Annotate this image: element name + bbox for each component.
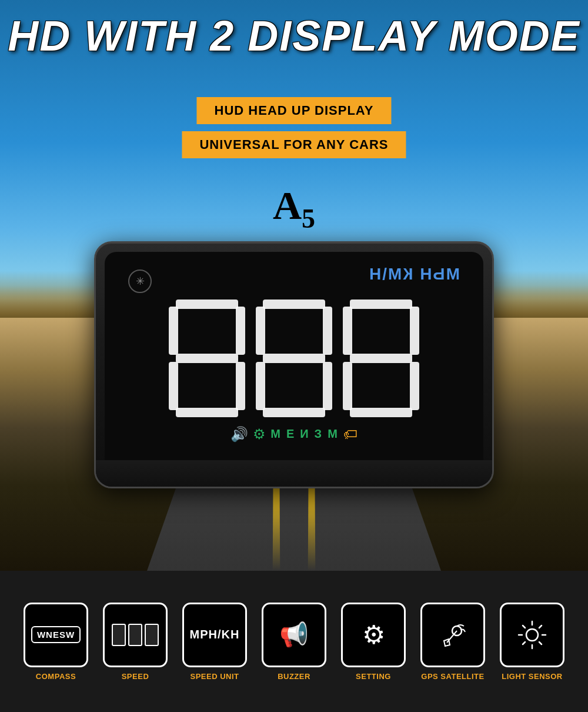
seg-c-1 [236, 362, 245, 410]
mini-digit-3 [145, 624, 159, 646]
tag-icon: 🏷 [343, 426, 358, 442]
seg-d-3 [350, 408, 412, 417]
seg-b-1 [236, 307, 245, 355]
status-text-3: И [300, 427, 309, 441]
seg-f-1 [169, 307, 178, 355]
status-text-2: Е [286, 427, 295, 441]
status-row: 🔊 ⚙ М Е И З М 🏷 [230, 426, 358, 442]
seg-f-3 [343, 307, 352, 355]
seg-g-2 [263, 354, 325, 363]
seg-d-1 [176, 408, 238, 417]
mini-speed-display [112, 624, 159, 646]
digit-2 [256, 300, 332, 417]
seg-g-1 [176, 354, 238, 363]
seg-b-3 [410, 307, 419, 355]
seg-d-2 [263, 408, 325, 417]
compass-label: COMPASS [36, 672, 76, 681]
settings-gear-icon: ⚙ [362, 620, 385, 650]
badge-hud: HUD HEAD UP DISPLAY [197, 97, 392, 124]
gps-label: GPS SATELLITE [421, 672, 484, 681]
setting-label: SETTING [356, 672, 391, 681]
feature-box-light [500, 603, 564, 667]
speed-unit-label: SPEED UNIT [190, 672, 239, 681]
buzzer-label: BUZZER [278, 672, 310, 681]
speed-box-inner [105, 604, 166, 666]
hero-section: HD WITH 2 DISPLAY MODE HUD HEAD UP DISPL… [0, 0, 588, 571]
compass-display: WNESW [31, 626, 81, 643]
buzzer-box-inner: 📢 [263, 604, 325, 666]
speed-unit-box-inner: MPH/KH [184, 604, 245, 666]
seg-c-3 [410, 362, 419, 410]
feature-speed-unit: MPH/KH SPEED UNIT [179, 603, 250, 681]
seg-b-2 [323, 307, 332, 355]
feature-light-sensor: LIGHT SENSOR [497, 603, 567, 681]
badges-container: HUD HEAD UP DISPLAY UNIVERSAL FOR ANY CA… [182, 97, 406, 158]
seg-f-2 [256, 307, 265, 355]
seg-g-3 [350, 354, 412, 363]
svg-line-9 [539, 642, 542, 644]
seg-e-3 [343, 362, 352, 410]
feature-speed: SPEED [100, 603, 171, 681]
gps-satellite-icon [438, 620, 467, 650]
light-box-inner [502, 604, 563, 666]
speed-digits [169, 300, 419, 417]
light-sensor-label: LIGHT SENSOR [502, 672, 563, 681]
feature-gps: GPS SATELLITE [417, 603, 488, 681]
mph-display: MPH/KH [190, 628, 240, 641]
status-text-5: М [328, 427, 339, 441]
svg-line-10 [539, 626, 542, 628]
hud-screen: ✳ МЬН КМ\Н [105, 252, 483, 478]
buzzer-icon: 📢 [279, 621, 309, 648]
seg-a-3 [350, 300, 412, 309]
svg-line-11 [523, 642, 525, 644]
feature-box-setting: ⚙ [341, 603, 406, 667]
seg-a-1 [176, 300, 238, 309]
main-title: HD WITH 2 DISPLAY MODE [0, 12, 588, 60]
feature-buzzer: 📢 BUZZER [259, 603, 329, 681]
hud-device: ✳ МЬН КМ\Н [94, 241, 494, 488]
light-sensor-icon [516, 619, 548, 651]
digit-1 [169, 300, 245, 417]
gps-box-inner [422, 604, 483, 666]
status-text-1: М [270, 427, 282, 441]
digit-3 [343, 300, 419, 417]
speaker-icon: ✳ [136, 275, 145, 288]
hud-base [94, 460, 494, 488]
speaker: ✳ [128, 270, 152, 293]
svg-line-8 [523, 626, 525, 628]
model-name: A5 [273, 182, 315, 234]
features-grid: WNESW COMPASS SPEED [21, 603, 567, 681]
mini-digit-1 [112, 624, 126, 646]
feature-box-gps [420, 603, 485, 667]
speed-unit-display: МЬН КМ\Н [368, 265, 460, 284]
feature-compass: WNESW COMPASS [21, 603, 91, 681]
feature-box-compass: WNESW [24, 603, 88, 667]
feature-setting: ⚙ SETTING [338, 603, 409, 681]
status-text-4: З [315, 427, 323, 441]
mini-digit-2 [128, 624, 142, 646]
svg-point-3 [526, 629, 538, 641]
setting-box-inner: ⚙ [343, 604, 404, 666]
compass-box-inner: WNESW [25, 604, 86, 666]
seg-a-2 [263, 300, 325, 309]
feature-box-buzzer: 📢 [262, 603, 326, 667]
settings-icon: ⚙ [253, 426, 266, 442]
feature-box-speed-unit: MPH/KH [182, 603, 247, 667]
speed-label: SPEED [122, 672, 149, 681]
seg-e-1 [169, 362, 178, 410]
volume-icon: 🔊 [230, 426, 248, 442]
seg-c-2 [323, 362, 332, 410]
badge-universal: UNIVERSAL FOR ANY CARS [182, 131, 406, 158]
feature-box-speed [103, 603, 168, 667]
features-section: WNESW COMPASS SPEED [0, 571, 588, 712]
seg-e-2 [256, 362, 265, 410]
